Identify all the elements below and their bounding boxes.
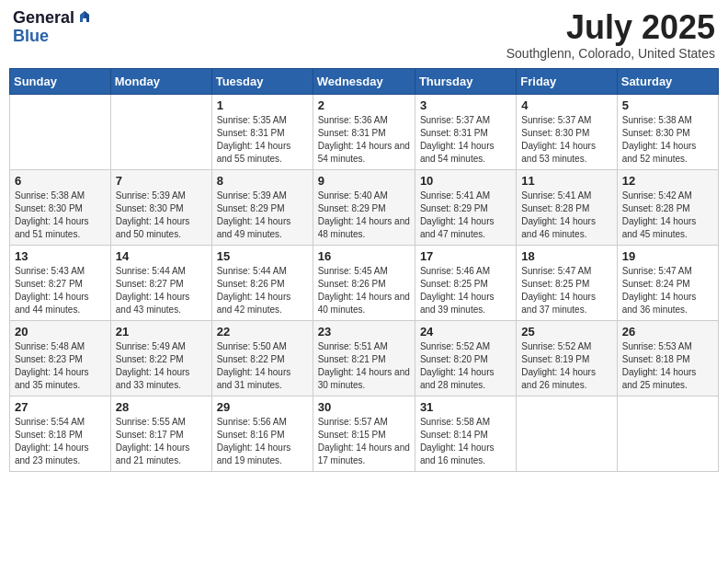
calendar-cell: 31Sunrise: 5:58 AM Sunset: 8:14 PM Dayli… <box>415 396 516 471</box>
day-info: Sunrise: 5:55 AM Sunset: 8:17 PM Dayligh… <box>116 416 207 467</box>
day-number: 7 <box>116 174 207 188</box>
calendar-cell: 14Sunrise: 5:44 AM Sunset: 8:27 PM Dayli… <box>110 245 211 320</box>
day-number: 20 <box>15 325 106 339</box>
week-row-3: 13Sunrise: 5:43 AM Sunset: 8:27 PM Dayli… <box>10 245 719 320</box>
calendar-cell: 17Sunrise: 5:46 AM Sunset: 8:25 PM Dayli… <box>415 245 516 320</box>
day-number: 8 <box>217 174 308 188</box>
day-number: 21 <box>116 325 207 339</box>
calendar-cell: 30Sunrise: 5:57 AM Sunset: 8:15 PM Dayli… <box>313 396 415 471</box>
calendar-cell <box>110 94 211 169</box>
calendar-cell: 6Sunrise: 5:38 AM Sunset: 8:30 PM Daylig… <box>10 169 111 245</box>
day-number: 25 <box>521 325 611 339</box>
location-title: Southglenn, Colorado, United States <box>506 46 715 61</box>
calendar-cell: 7Sunrise: 5:39 AM Sunset: 8:30 PM Daylig… <box>110 169 211 245</box>
day-number: 12 <box>622 174 713 188</box>
day-number: 10 <box>420 174 511 188</box>
day-number: 31 <box>420 400 511 414</box>
day-number: 27 <box>15 400 106 414</box>
logo-icon <box>76 9 93 26</box>
day-number: 13 <box>15 249 106 263</box>
calendar-cell <box>10 94 111 169</box>
calendar-cell: 22Sunrise: 5:50 AM Sunset: 8:22 PM Dayli… <box>211 320 313 396</box>
logo-general-text: General <box>13 9 74 28</box>
day-info: Sunrise: 5:35 AM Sunset: 8:31 PM Dayligh… <box>217 114 308 166</box>
calendar-cell: 28Sunrise: 5:55 AM Sunset: 8:17 PM Dayli… <box>110 396 211 471</box>
calendar-cell: 27Sunrise: 5:54 AM Sunset: 8:18 PM Dayli… <box>10 396 111 471</box>
calendar-cell: 9Sunrise: 5:40 AM Sunset: 8:29 PM Daylig… <box>313 169 415 245</box>
calendar-cell: 8Sunrise: 5:39 AM Sunset: 8:29 PM Daylig… <box>211 169 313 245</box>
day-info: Sunrise: 5:47 AM Sunset: 8:24 PM Dayligh… <box>622 265 713 316</box>
day-info: Sunrise: 5:36 AM Sunset: 8:31 PM Dayligh… <box>318 114 410 166</box>
day-number: 17 <box>420 249 511 263</box>
calendar-cell: 21Sunrise: 5:49 AM Sunset: 8:22 PM Dayli… <box>110 320 211 396</box>
day-info: Sunrise: 5:47 AM Sunset: 8:25 PM Dayligh… <box>521 265 611 316</box>
day-number: 26 <box>622 325 713 339</box>
day-number: 24 <box>420 325 511 339</box>
day-info: Sunrise: 5:57 AM Sunset: 8:15 PM Dayligh… <box>318 416 410 467</box>
day-info: Sunrise: 5:45 AM Sunset: 8:26 PM Dayligh… <box>318 265 410 316</box>
calendar-cell: 3Sunrise: 5:37 AM Sunset: 8:31 PM Daylig… <box>415 94 516 169</box>
weekday-header-friday: Friday <box>517 68 617 94</box>
calendar-cell: 24Sunrise: 5:52 AM Sunset: 8:20 PM Dayli… <box>415 320 516 396</box>
day-info: Sunrise: 5:39 AM Sunset: 8:30 PM Dayligh… <box>116 190 207 241</box>
day-info: Sunrise: 5:42 AM Sunset: 8:28 PM Dayligh… <box>622 190 713 241</box>
weekday-header-thursday: Thursday <box>415 68 516 94</box>
day-info: Sunrise: 5:56 AM Sunset: 8:16 PM Dayligh… <box>217 416 308 467</box>
day-info: Sunrise: 5:38 AM Sunset: 8:30 PM Dayligh… <box>15 190 106 241</box>
day-number: 9 <box>318 174 410 188</box>
weekday-header-tuesday: Tuesday <box>211 68 313 94</box>
day-info: Sunrise: 5:41 AM Sunset: 8:29 PM Dayligh… <box>420 190 511 241</box>
weekday-header-sunday: Sunday <box>10 68 111 94</box>
calendar-cell <box>617 396 718 471</box>
day-info: Sunrise: 5:37 AM Sunset: 8:31 PM Dayligh… <box>420 114 511 166</box>
day-number: 3 <box>420 98 511 112</box>
day-number: 11 <box>521 174 611 188</box>
logo-blue-text: Blue <box>13 28 49 46</box>
week-row-1: 1Sunrise: 5:35 AM Sunset: 8:31 PM Daylig… <box>10 94 719 169</box>
day-number: 30 <box>318 400 410 414</box>
calendar-cell: 4Sunrise: 5:37 AM Sunset: 8:30 PM Daylig… <box>517 94 617 169</box>
day-info: Sunrise: 5:50 AM Sunset: 8:22 PM Dayligh… <box>217 340 308 392</box>
title-area: July 2025 Southglenn, Colorado, United S… <box>506 9 715 61</box>
calendar-cell: 20Sunrise: 5:48 AM Sunset: 8:23 PM Dayli… <box>10 320 111 396</box>
calendar-cell: 29Sunrise: 5:56 AM Sunset: 8:16 PM Dayli… <box>211 396 313 471</box>
svg-rect-2 <box>83 18 86 22</box>
day-number: 19 <box>622 249 713 263</box>
day-info: Sunrise: 5:39 AM Sunset: 8:29 PM Dayligh… <box>217 190 308 241</box>
calendar-cell: 16Sunrise: 5:45 AM Sunset: 8:26 PM Dayli… <box>313 245 415 320</box>
day-info: Sunrise: 5:54 AM Sunset: 8:18 PM Dayligh… <box>15 416 106 467</box>
day-info: Sunrise: 5:52 AM Sunset: 8:20 PM Dayligh… <box>420 340 511 392</box>
calendar-cell: 18Sunrise: 5:47 AM Sunset: 8:25 PM Dayli… <box>517 245 617 320</box>
day-info: Sunrise: 5:44 AM Sunset: 8:26 PM Dayligh… <box>217 265 308 316</box>
day-info: Sunrise: 5:48 AM Sunset: 8:23 PM Dayligh… <box>15 340 106 392</box>
week-row-5: 27Sunrise: 5:54 AM Sunset: 8:18 PM Dayli… <box>10 396 719 471</box>
day-number: 6 <box>15 174 106 188</box>
day-info: Sunrise: 5:38 AM Sunset: 8:30 PM Dayligh… <box>622 114 713 166</box>
day-number: 16 <box>318 249 410 263</box>
day-number: 4 <box>521 98 611 112</box>
weekday-header-saturday: Saturday <box>617 68 718 94</box>
day-info: Sunrise: 5:37 AM Sunset: 8:30 PM Dayligh… <box>521 114 611 166</box>
logo: General Blue <box>13 9 93 46</box>
calendar-cell: 1Sunrise: 5:35 AM Sunset: 8:31 PM Daylig… <box>211 94 313 169</box>
day-number: 14 <box>116 249 207 263</box>
day-number: 2 <box>318 98 410 112</box>
calendar-cell: 19Sunrise: 5:47 AM Sunset: 8:24 PM Dayli… <box>617 245 718 320</box>
calendar-cell: 11Sunrise: 5:41 AM Sunset: 8:28 PM Dayli… <box>517 169 617 245</box>
day-number: 5 <box>622 98 713 112</box>
calendar-cell: 13Sunrise: 5:43 AM Sunset: 8:27 PM Dayli… <box>10 245 111 320</box>
calendar-table: SundayMondayTuesdayWednesdayThursdayFrid… <box>9 68 719 472</box>
calendar-cell: 26Sunrise: 5:53 AM Sunset: 8:18 PM Dayli… <box>617 320 718 396</box>
day-info: Sunrise: 5:41 AM Sunset: 8:28 PM Dayligh… <box>521 190 611 241</box>
day-number: 1 <box>217 98 308 112</box>
day-info: Sunrise: 5:46 AM Sunset: 8:25 PM Dayligh… <box>420 265 511 316</box>
day-info: Sunrise: 5:51 AM Sunset: 8:21 PM Dayligh… <box>318 340 410 392</box>
calendar-cell: 12Sunrise: 5:42 AM Sunset: 8:28 PM Dayli… <box>617 169 718 245</box>
calendar-cell: 10Sunrise: 5:41 AM Sunset: 8:29 PM Dayli… <box>415 169 516 245</box>
day-info: Sunrise: 5:40 AM Sunset: 8:29 PM Dayligh… <box>318 190 410 241</box>
calendar-cell: 25Sunrise: 5:52 AM Sunset: 8:19 PM Dayli… <box>517 320 617 396</box>
week-row-4: 20Sunrise: 5:48 AM Sunset: 8:23 PM Dayli… <box>10 320 719 396</box>
weekday-header-row: SundayMondayTuesdayWednesdayThursdayFrid… <box>10 68 719 94</box>
day-number: 18 <box>521 249 611 263</box>
day-info: Sunrise: 5:49 AM Sunset: 8:22 PM Dayligh… <box>116 340 207 392</box>
